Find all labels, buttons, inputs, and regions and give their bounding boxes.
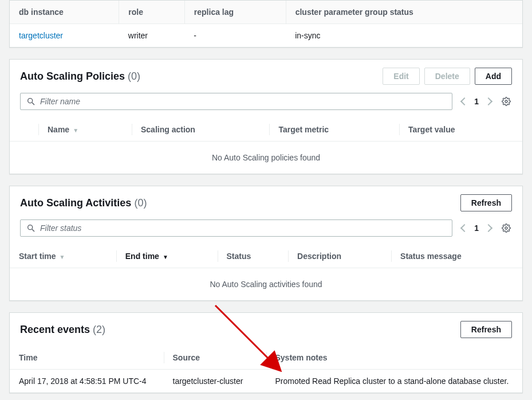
db-instance-link[interactable]: targetcluster [19,31,63,40]
delete-button[interactable]: Delete [424,68,470,85]
auto-scaling-policies-title: Auto Scaling Policies (0) [20,70,140,83]
col-start-time[interactable]: Start time▼ [10,245,116,268]
search-icon [26,223,36,233]
pager-page: 1 [474,97,479,106]
col-role[interactable]: role [119,1,185,24]
col-status-message[interactable]: Status message [391,245,522,268]
activities-refresh-button[interactable]: Refresh [460,194,512,211]
col-target-value[interactable]: Target value [399,118,522,142]
table-row: April 17, 2018 at 4:58:51 PM UTC-4 targe… [10,370,522,393]
pager-next[interactable] [486,223,491,233]
activities-count: (0) [134,197,147,209]
svg-point-5 [505,227,507,229]
svg-point-3 [28,225,33,230]
add-button[interactable]: Add [475,68,512,85]
col-status[interactable]: Status [218,245,289,268]
auto-scaling-activities-panel: Auto Scaling Activities (0) Refresh 1 St… [9,186,523,301]
db-instances-panel: db instance role replica lag cluster par… [9,0,523,48]
col-system-notes[interactable]: System notes [266,346,523,370]
activities-pager: 1 [462,223,491,233]
recent-events-title: Recent events (2) [20,324,105,336]
policies-empty-row: No Auto Scaling policies found [10,142,522,174]
policies-filter-input-wrap[interactable] [20,93,452,110]
settings-button[interactable] [501,222,512,234]
recent-events-panel: Recent events (2) Refresh Time Source Sy… [9,312,523,393]
col-name[interactable]: Name▼ [38,118,132,142]
svg-line-1 [32,103,34,105]
db-instances-table: db instance role replica lag cluster par… [10,1,522,47]
col-cluster-param-status[interactable]: cluster parameter group status [286,1,522,24]
event-time: April 17, 2018 at 4:58:51 PM UTC-4 [10,370,164,393]
auto-scaling-activities-title: Auto Scaling Activities (0) [20,197,147,209]
search-icon [26,97,36,106]
col-target-metric[interactable]: Target metric [269,118,399,142]
svg-point-2 [505,100,507,103]
col-source[interactable]: Source [164,346,266,370]
policies-count: (0) [128,70,140,82]
gear-icon [502,97,511,106]
activities-filter-input[interactable] [40,223,446,233]
col-replica-lag[interactable]: replica lag [184,1,286,24]
col-end-time[interactable]: End time▼ [116,245,218,268]
pager-page: 1 [474,223,479,233]
pager-next[interactable] [486,97,491,106]
activities-empty-row: No Auto Scaling activities found [10,268,522,301]
db-cluster-status: in-sync [286,24,522,48]
pager-prev[interactable] [462,223,467,233]
auto-scaling-policies-panel: Auto Scaling Policies (0) Edit Delete Ad… [9,59,523,174]
events-table: Time Source System notes April 17, 2018 … [10,346,522,393]
activities-table: Start time▼ End time▼ Status Description… [10,245,522,300]
col-description[interactable]: Description [288,245,391,268]
col-db-instance[interactable]: db instance [10,1,119,24]
table-row: targetcluster writer - in-sync [10,24,522,48]
db-replica-lag: - [184,24,286,48]
activities-filter-input-wrap[interactable] [20,219,452,237]
gear-icon [502,223,511,233]
policies-filter-input[interactable] [40,97,446,106]
db-role: writer [119,24,185,48]
pager-prev[interactable] [462,97,467,106]
col-time[interactable]: Time [10,346,164,370]
events-count: (2) [93,324,105,335]
svg-line-4 [32,229,34,232]
policies-pager: 1 [462,97,491,106]
events-refresh-button[interactable]: Refresh [460,321,512,338]
policies-table: Name▼ Scaling action Target metric Targe… [10,118,522,174]
col-scaling-action[interactable]: Scaling action [132,118,269,142]
event-notes: Promoted Read Replica cluster to a stand… [266,370,523,393]
settings-button[interactable] [501,96,512,107]
col-select [10,118,38,142]
edit-button[interactable]: Edit [383,68,419,85]
event-source: targetcluster-cluster [164,370,266,393]
svg-point-0 [28,99,33,103]
